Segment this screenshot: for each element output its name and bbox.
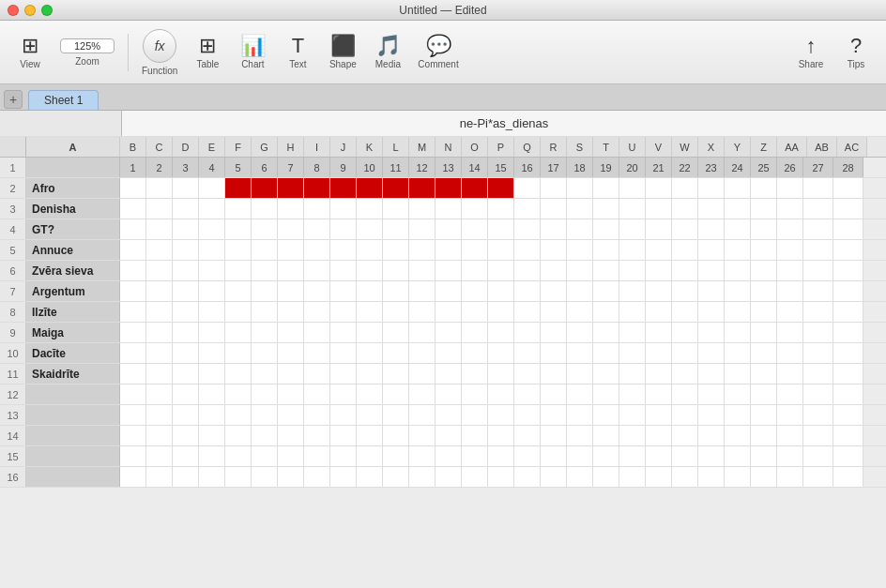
data-cell[interactable]	[304, 343, 330, 363]
table-row[interactable]: 16	[0, 467, 886, 488]
data-cell[interactable]	[383, 364, 409, 384]
data-cell[interactable]	[462, 384, 488, 404]
data-cell[interactable]	[357, 364, 383, 384]
data-cell[interactable]	[698, 240, 725, 260]
data-cell[interactable]	[725, 178, 751, 198]
data-cell[interactable]	[514, 446, 541, 466]
data-cell[interactable]	[435, 199, 462, 219]
maximize-button[interactable]	[41, 5, 53, 16]
data-cell[interactable]	[435, 343, 462, 363]
data-cell[interactable]	[672, 446, 698, 466]
data-cell[interactable]	[803, 178, 833, 198]
data-cell[interactable]	[120, 240, 146, 260]
comment-button[interactable]: 💬 Comment	[412, 25, 464, 80]
data-cell[interactable]	[725, 302, 751, 322]
data-cell[interactable]	[330, 302, 357, 322]
data-cell[interactable]	[488, 302, 514, 322]
data-cell[interactable]	[698, 364, 725, 384]
data-cell[interactable]	[409, 426, 435, 445]
data-cell[interactable]	[278, 405, 304, 425]
data-cell[interactable]	[751, 261, 777, 280]
data-cell[interactable]	[120, 364, 146, 384]
data-cell[interactable]	[199, 281, 225, 301]
data-cell[interactable]	[567, 178, 593, 198]
data-cell[interactable]	[199, 261, 225, 280]
data-cell[interactable]	[278, 261, 304, 280]
data-cell[interactable]	[357, 281, 383, 301]
data-cell[interactable]	[278, 240, 304, 260]
data-cell[interactable]	[725, 281, 751, 301]
data-cell[interactable]	[409, 302, 435, 322]
data-cell[interactable]	[488, 219, 514, 239]
data-cell[interactable]	[514, 343, 541, 363]
data-cell[interactable]	[777, 199, 803, 219]
data-cell[interactable]	[435, 364, 462, 384]
data-cell[interactable]	[173, 302, 199, 322]
name-cell[interactable]: Maiga	[26, 323, 120, 342]
data-cell[interactable]	[199, 364, 225, 384]
data-cell[interactable]	[646, 261, 672, 280]
data-cell[interactable]	[435, 281, 462, 301]
data-cell[interactable]	[304, 240, 330, 260]
data-cell[interactable]	[751, 405, 777, 425]
data-cell[interactable]	[803, 323, 833, 342]
data-cell[interactable]	[173, 240, 199, 260]
data-cell[interactable]	[593, 281, 619, 301]
data-cell[interactable]	[698, 343, 725, 363]
data-cell[interactable]	[252, 240, 278, 260]
data-cell[interactable]	[646, 405, 672, 425]
data-cell[interactable]	[619, 405, 646, 425]
data-cell[interactable]	[672, 178, 698, 198]
table-row[interactable]: 15	[0, 446, 886, 467]
data-cell[interactable]	[120, 426, 146, 445]
data-cell[interactable]	[567, 343, 593, 363]
data-cell[interactable]	[833, 219, 863, 239]
data-cell[interactable]	[383, 343, 409, 363]
data-cell[interactable]	[225, 302, 252, 322]
data-cell[interactable]	[462, 467, 488, 487]
data-cell[interactable]	[777, 364, 803, 384]
data-cell[interactable]	[725, 405, 751, 425]
data-cell[interactable]	[488, 384, 514, 404]
data-cell[interactable]	[146, 199, 173, 219]
data-cell[interactable]	[593, 446, 619, 466]
data-cell[interactable]	[672, 199, 698, 219]
table-row[interactable]: 8Ilzīte	[0, 302, 886, 323]
data-cell[interactable]	[357, 240, 383, 260]
data-cell[interactable]	[672, 281, 698, 301]
data-cell[interactable]	[541, 178, 567, 198]
data-cell[interactable]	[252, 364, 278, 384]
data-cell[interactable]	[777, 467, 803, 487]
data-cell[interactable]	[330, 281, 357, 301]
data-cell[interactable]	[409, 405, 435, 425]
data-cell[interactable]	[803, 384, 833, 404]
data-cell[interactable]	[593, 426, 619, 445]
data-cell[interactable]	[567, 219, 593, 239]
data-cell[interactable]	[567, 281, 593, 301]
data-cell[interactable]	[751, 240, 777, 260]
data-cell[interactable]	[409, 240, 435, 260]
data-cell[interactable]	[777, 323, 803, 342]
data-cell[interactable]	[725, 343, 751, 363]
data-cell[interactable]	[383, 426, 409, 445]
data-cell[interactable]	[304, 199, 330, 219]
data-cell[interactable]	[541, 199, 567, 219]
name-cell[interactable]: Afro	[26, 178, 120, 198]
data-cell[interactable]	[777, 178, 803, 198]
data-cell[interactable]	[541, 405, 567, 425]
data-cell[interactable]	[541, 364, 567, 384]
data-cell[interactable]	[514, 323, 541, 342]
data-cell[interactable]	[225, 178, 252, 198]
data-cell[interactable]	[646, 199, 672, 219]
data-cell[interactable]	[488, 240, 514, 260]
data-cell[interactable]	[833, 240, 863, 260]
data-cell[interactable]	[330, 426, 357, 445]
data-cell[interactable]	[383, 467, 409, 487]
data-cell[interactable]	[567, 426, 593, 445]
data-cell[interactable]	[225, 467, 252, 487]
data-cell[interactable]	[383, 281, 409, 301]
tips-button[interactable]: ? Tips	[835, 25, 877, 80]
data-cell[interactable]	[252, 405, 278, 425]
data-cell[interactable]	[725, 467, 751, 487]
data-cell[interactable]	[672, 343, 698, 363]
